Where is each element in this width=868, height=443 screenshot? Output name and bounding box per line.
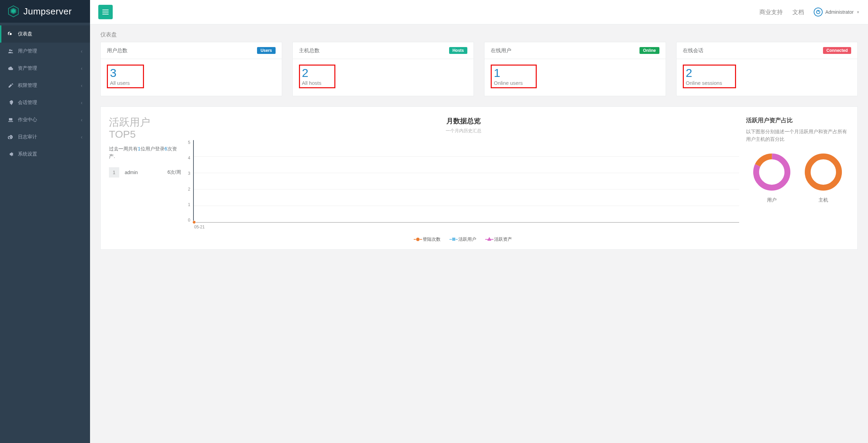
legend-item-active-assets[interactable]: 活跃资产 xyxy=(487,236,512,242)
stat-card-hosts: 主机总数 Hosts 2 All hosts xyxy=(292,42,474,96)
page-title: 仪表盘 xyxy=(100,32,117,37)
stat-value: 2 xyxy=(686,67,722,79)
ratio-col: 活跃用户资产占比 以下图形分别描述一个月活跃用户和资产占所有用户主机的百分比 用… xyxy=(746,116,849,242)
svg-rect-5 xyxy=(9,118,12,121)
nav-label: 会话管理 xyxy=(18,100,37,106)
chevron-left-icon: ‹ xyxy=(81,100,82,105)
user-menu[interactable]: Administrator ▼ xyxy=(814,8,860,16)
sidebar: Jumpserver 仪表盘 用户管理 ‹ 资产管理 ‹ 权限管理 ‹ xyxy=(0,0,90,443)
stat-sub: Online users xyxy=(494,80,523,86)
stat-sub: All hosts xyxy=(302,80,322,86)
sidebar-toggle-button[interactable] xyxy=(98,5,113,19)
chevron-left-icon: ‹ xyxy=(81,83,82,88)
sidebar-item-settings[interactable]: 系统设置 xyxy=(0,146,90,163)
chart-col: 月数据总览 一个月内历史汇总 543210 05-21 登陆次数 活跃用户 活跃… xyxy=(188,116,739,242)
nav-label: 日志审计 xyxy=(18,134,37,140)
rank-count: 6次/周 xyxy=(167,169,181,175)
y-axis: 543210 xyxy=(188,140,193,223)
stat-value: 3 xyxy=(110,67,130,79)
logo-icon xyxy=(7,5,20,18)
rank-number: 1 xyxy=(109,167,119,178)
stat-title: 在线会话 xyxy=(683,47,703,54)
chart-subtitle: 一个月内历史汇总 xyxy=(188,128,739,134)
stat-badge[interactable]: Connected xyxy=(823,47,851,54)
svg-point-4 xyxy=(11,50,12,51)
user-name: Administrator xyxy=(825,9,854,15)
ratio-title: 活跃用户资产占比 xyxy=(746,116,849,124)
donut-users-chart[interactable] xyxy=(751,151,792,193)
nav-label: 系统设置 xyxy=(18,151,37,157)
stat-title: 用户总数 xyxy=(107,47,127,54)
nav-label: 用户管理 xyxy=(18,48,37,54)
caret-down-icon: ▼ xyxy=(856,10,860,14)
laptop-icon xyxy=(8,117,14,123)
stat-sub: Online sessions xyxy=(686,80,722,86)
link-docs[interactable]: 文档 xyxy=(792,8,804,16)
top5-desc: 过去一周共有1位用户登录6次资产. xyxy=(109,145,181,160)
chart-plot[interactable] xyxy=(193,140,739,223)
chart-title: 月数据总览 xyxy=(188,116,739,126)
sidebar-item-assets[interactable]: 资产管理 ‹ xyxy=(0,60,90,77)
rank-name: admin xyxy=(125,170,138,175)
cloud-icon xyxy=(8,65,14,71)
main: 商业支持 文档 Administrator ▼ 仪表盘 用户总数 Users xyxy=(90,0,868,443)
link-business-support[interactable]: 商业支持 xyxy=(759,8,783,16)
users-icon xyxy=(8,48,14,54)
logo-text: Jumpserver xyxy=(23,6,72,17)
gear-icon xyxy=(8,151,14,157)
donut-hosts: 主机 xyxy=(803,151,844,203)
legend-item-active-users[interactable]: 活跃用户 xyxy=(451,236,476,242)
sidebar-item-sessions[interactable]: 会话管理 ‹ xyxy=(0,94,90,111)
x-axis-label: 05-21 xyxy=(194,225,739,229)
ratio-desc: 以下图形分别描述一个月活跃用户和资产占所有用户主机的百分比 xyxy=(746,128,849,143)
rocket-icon xyxy=(8,100,14,106)
donut-users: 用户 xyxy=(751,151,792,203)
nav-label: 仪表盘 xyxy=(18,31,32,37)
top5-title-1: 活跃用户 xyxy=(109,116,181,128)
top5-rank-row: 1 admin 6次/周 xyxy=(109,167,181,178)
chart-legend: 登陆次数 活跃用户 活跃资产 xyxy=(188,236,739,242)
donut-label: 用户 xyxy=(751,197,792,203)
stat-title: 主机总数 xyxy=(299,47,320,54)
nav-label: 作业中心 xyxy=(18,117,37,123)
data-point xyxy=(192,220,196,224)
svg-point-12 xyxy=(808,156,839,188)
sidebar-item-users[interactable]: 用户管理 ‹ xyxy=(0,43,90,60)
nav-label: 资产管理 xyxy=(18,65,37,71)
svg-point-3 xyxy=(9,49,11,51)
chart-area: 543210 xyxy=(188,140,739,223)
donut-label: 主机 xyxy=(803,197,844,203)
top5-title-2: TOP5 xyxy=(109,128,181,140)
stat-badge[interactable]: Online xyxy=(639,47,659,54)
chevron-left-icon: ‹ xyxy=(81,134,82,140)
legend-item-logins[interactable]: 登陆次数 xyxy=(415,236,441,242)
stat-value: 1 xyxy=(494,67,523,79)
logo[interactable]: Jumpserver xyxy=(0,0,90,23)
power-icon xyxy=(814,8,823,16)
sidebar-item-dashboard[interactable]: 仪表盘 xyxy=(0,25,90,43)
chevron-left-icon: ‹ xyxy=(81,48,82,54)
stat-cards-row: 用户总数 Users 3 All users 主机总数 Hosts 2 All … xyxy=(90,42,868,106)
stat-value: 2 xyxy=(302,67,322,79)
donut-hosts-chart[interactable] xyxy=(803,151,844,193)
sidebar-item-perms[interactable]: 权限管理 ‹ xyxy=(0,77,90,94)
nav-label: 权限管理 xyxy=(18,82,37,89)
chevron-left-icon: ‹ xyxy=(81,66,82,71)
breadcrumb: 仪表盘 xyxy=(90,24,868,42)
nav-list: 仪表盘 用户管理 ‹ 资产管理 ‹ 权限管理 ‹ 会话管理 ‹ xyxy=(0,23,90,163)
sidebar-item-jobs[interactable]: 作业中心 ‹ xyxy=(0,111,90,128)
sidebar-item-audit[interactable]: 日志审计 ‹ xyxy=(0,128,90,146)
stat-card-online: 在线用户 Online 1 Online users xyxy=(484,42,666,96)
stat-card-connected: 在线会话 Connected 2 Online sessions xyxy=(676,42,858,96)
top5-col: 活跃用户 TOP5 过去一周共有1位用户登录6次资产. 1 admin 6次/周 xyxy=(109,116,181,242)
hamburger-icon xyxy=(102,10,109,14)
stat-sub: All users xyxy=(110,80,130,86)
history-icon xyxy=(8,134,14,140)
edit-icon xyxy=(8,82,14,89)
stat-card-users: 用户总数 Users 3 All users xyxy=(100,42,282,96)
stat-title: 在线用户 xyxy=(491,47,511,54)
dashboard-icon xyxy=(8,31,14,37)
overview-panel: 活跃用户 TOP5 过去一周共有1位用户登录6次资产. 1 admin 6次/周… xyxy=(100,106,858,250)
stat-badge[interactable]: Users xyxy=(257,47,275,54)
stat-badge[interactable]: Hosts xyxy=(449,47,467,54)
